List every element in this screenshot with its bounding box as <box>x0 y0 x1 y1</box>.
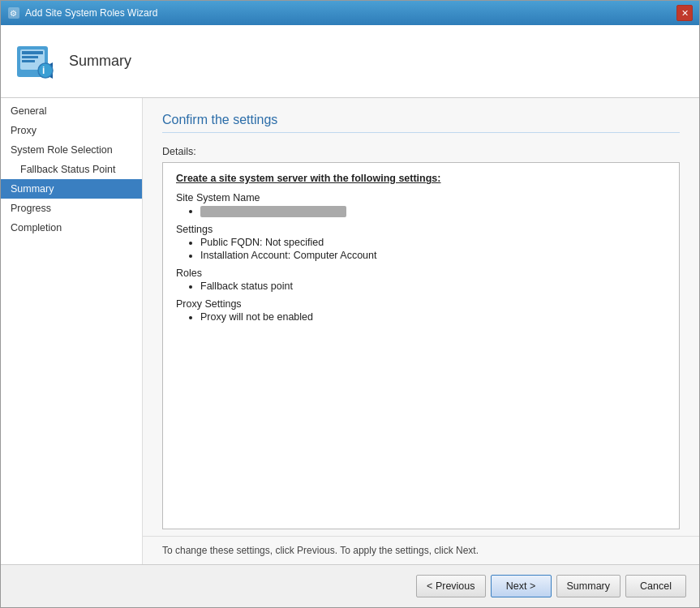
proxy-not-enabled-item: Proxy will not be enabled <box>200 311 666 323</box>
main-header: Confirm the settings <box>143 98 699 139</box>
header-wizard-icon: i <box>14 40 58 83</box>
details-label: Details: <box>162 146 680 157</box>
site-system-name-title: Site System Name <box>176 192 666 203</box>
content-area: General Proxy System Role Selection Fall… <box>1 98 699 564</box>
next-button[interactable]: Next > <box>491 575 552 597</box>
title-bar: ⚙ Add Site System Roles Wizard ✕ <box>1 1 699 25</box>
svg-point-8 <box>38 63 53 78</box>
svg-text:i: i <box>42 65 45 76</box>
close-button[interactable]: ✕ <box>676 5 693 21</box>
proxy-settings-title: Proxy Settings <box>176 298 666 310</box>
sidebar-item-progress[interactable]: Progress <box>1 199 142 218</box>
main-panel: Confirm the settings Details: Create a s… <box>143 98 699 564</box>
sidebar-item-proxy[interactable]: Proxy <box>1 121 142 140</box>
sidebar-item-summary[interactable]: Summary <box>1 179 142 199</box>
svg-rect-5 <box>22 56 38 58</box>
sidebar-item-general[interactable]: General <box>1 101 142 121</box>
header-title: Summary <box>69 53 131 70</box>
sidebar: General Proxy System Role Selection Fall… <box>1 98 143 564</box>
svg-text:⚙: ⚙ <box>10 9 17 18</box>
roles-title: Roles <box>176 268 666 279</box>
title-bar-left: ⚙ Add Site System Roles Wizard <box>7 6 157 19</box>
button-bar: < Previous Next > Summary Cancel <box>1 564 699 607</box>
details-box: Create a site system server with the fol… <box>162 162 680 529</box>
sidebar-item-completion[interactable]: Completion <box>1 218 142 238</box>
public-fqdn-item: Public FQDN: Not specified <box>200 237 666 248</box>
settings-title: Settings <box>176 224 666 235</box>
site-system-name-value <box>200 205 666 217</box>
svg-rect-6 <box>22 60 35 62</box>
wizard-window: ⚙ Add Site System Roles Wizard ✕ i Summa… <box>0 0 700 608</box>
svg-rect-4 <box>22 51 43 54</box>
wizard-header: i Summary <box>1 25 699 98</box>
sidebar-item-system-role-selection[interactable]: System Role Selection <box>1 140 142 160</box>
sidebar-item-fallback-status-point[interactable]: Fallback Status Point <box>1 160 142 179</box>
cancel-button[interactable]: Cancel <box>625 575 686 597</box>
window-title: Add Site System Roles Wizard <box>25 7 157 19</box>
installation-account-item: Installation Account: Computer Account <box>200 250 666 261</box>
details-area: Details: Create a site system server wit… <box>143 139 699 536</box>
section-heading: Confirm the settings <box>162 113 680 133</box>
previous-button[interactable]: < Previous <box>416 575 485 597</box>
fallback-status-point-item: Fallback status point <box>200 280 666 292</box>
window-icon: ⚙ <box>7 6 20 19</box>
blurred-server-name <box>200 206 346 217</box>
footer-note: To change these settings, click Previous… <box>143 536 699 564</box>
create-header: Create a site system server with the fol… <box>176 173 666 184</box>
summary-button[interactable]: Summary <box>556 575 621 597</box>
